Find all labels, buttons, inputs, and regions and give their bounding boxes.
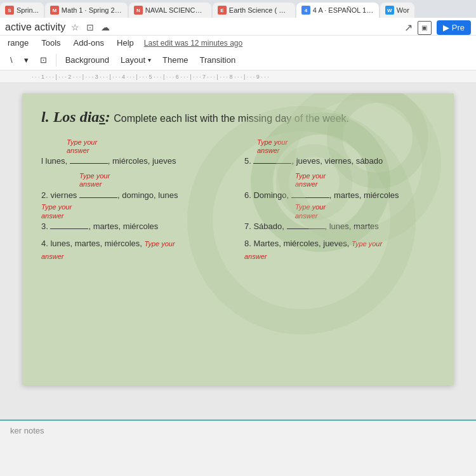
header-right: ↗ ▣ ▶ Pre (404, 20, 471, 35)
toolbar: \ ▾ ⊡ Background Layout ▾ Theme Transiti… (0, 50, 476, 70)
app-header: active activity ☆ ⊡ ☁ ↗ ▣ ▶ Pre (0, 18, 476, 36)
present-icon: ▶ (443, 23, 449, 32)
list-item-6: Type youranswer 6. Domingo, , martes, mi… (244, 172, 435, 202)
type-answer-8: Type youranswer (244, 240, 382, 261)
menu-addons[interactable]: Add-ons (71, 37, 107, 49)
slide: l. Los dias: Complete each list with the… (22, 93, 454, 385)
tab-icon-earth: E (218, 6, 227, 15)
list-item-4: 4. lunes, martes, miércoles, Type youran… (41, 237, 232, 264)
content-grid: Type youranswer l lunes, , miércoles, ju… (41, 138, 435, 263)
toolbar-back[interactable]: \ (5, 53, 18, 67)
present-label: Pre (452, 23, 465, 32)
tab-label-math: Math 1 · Spring 202... (62, 6, 122, 14)
tab-label-earth: Earth Science ( Spri... (229, 6, 290, 14)
tab-espanol[interactable]: 4 4 A · ESPAÑOL 1 · 2... (296, 3, 379, 18)
item-4-text: 4. lunes, martes, miércoles, Type youran… (41, 239, 175, 261)
tab-earth[interactable]: E Earth Science ( Spri... (213, 3, 295, 18)
layout-label: Layout (121, 55, 145, 65)
last-edit-label: Last edit was 12 minutes ago (144, 39, 242, 48)
browser-tabs-bar: S Sprin... M Math 1 · Spring 202... N NA… (0, 0, 476, 18)
toolbar-insert-textbox[interactable]: ⊡ (35, 53, 52, 67)
drive-icon[interactable]: ⊡ (84, 22, 96, 33)
list-item-5: Type youranswer 5. , jueves, viernes, sá… (244, 138, 435, 168)
trend-icon: ↗ (404, 22, 413, 34)
tab-wor[interactable]: W Wor (380, 3, 414, 18)
tab-label-wor: Wor (397, 6, 409, 14)
transition-label: Transition (200, 55, 236, 65)
ruler: · · · 1 · · · | · · · 2 · · · | · · · 3 … (0, 70, 476, 83)
app-title: active activity (5, 22, 65, 33)
tab-math[interactable]: M Math 1 · Spring 202... (45, 3, 128, 18)
title-subtitle: Complete each list with the missing day … (114, 113, 349, 124)
type-answer-7-above: Type youranswer (295, 203, 435, 220)
theme-label: Theme (162, 55, 188, 65)
list-item-3: Type youranswer 3. , martes, miércoles (41, 203, 232, 233)
list-item-2: Type youranswer 2. viernes , domingo, lu… (41, 172, 232, 202)
blank-6[interactable] (291, 189, 329, 198)
comment-icon[interactable]: ▣ (418, 21, 432, 35)
toolbar-separator-arrow[interactable]: ▾ (19, 53, 34, 67)
item-7-text: 7. Sábado, , lunes, martes (244, 221, 379, 231)
tab-naval[interactable]: N NAVAL SCIENCE I... (129, 3, 211, 18)
toolbar-divider (56, 54, 56, 67)
slide-title: l. Los dias: Complete each list with the… (41, 109, 435, 126)
menu-bar: range Tools Add-ons Help Last edit was 1… (0, 36, 476, 50)
tab-icon-wor: W (385, 6, 394, 15)
type-answer-6-above: Type youranswer (295, 172, 435, 188)
blank-2[interactable] (79, 189, 117, 198)
tab-label-naval: NAVAL SCIENCE I... (145, 6, 206, 14)
slide-area: l. Los dias: Complete each list with the… (0, 83, 476, 420)
blank-7[interactable] (287, 220, 325, 229)
layout-button[interactable]: Layout ▾ (116, 53, 156, 67)
title-roman: l. Los dias: (41, 109, 110, 125)
star-icon[interactable]: ☆ (69, 22, 81, 33)
layout-dropdown-icon: ▾ (148, 56, 151, 63)
tab-label-espanol: 4 A · ESPAÑOL 1 · 2... (313, 6, 374, 14)
menu-help[interactable]: Help (114, 37, 136, 49)
blank-1[interactable] (70, 155, 108, 164)
type-answer-2-above: Type youranswer (79, 172, 232, 188)
tab-icon-sprin: S (5, 6, 14, 15)
theme-button[interactable]: Theme (157, 53, 193, 67)
tab-icon-math: M (50, 6, 59, 15)
textbox-icon: ⊡ (40, 55, 47, 65)
type-answer-3-above: Type youranswer (41, 203, 232, 220)
item-5-text: 5. , jueves, viernes, sábado (244, 156, 383, 166)
transition-button[interactable]: Transition (195, 53, 241, 67)
tab-icon-espanol: 4 (301, 6, 310, 15)
arrow-down-icon: ▾ (24, 55, 29, 65)
title-icons: ☆ ⊡ ☁ (69, 22, 111, 33)
tab-icon-naval: N (134, 6, 143, 15)
type-answer-1-above: Type youranswer (67, 138, 232, 155)
left-column: Type youranswer l lunes, , miércoles, ju… (41, 138, 232, 263)
list-item-1: Type youranswer l lunes, , miércoles, ju… (41, 138, 232, 168)
list-item-7: Type youranswer 7. Sábado, , lunes, mart… (244, 203, 435, 233)
menu-tools[interactable]: Tools (39, 37, 63, 49)
list-item-8: 8. Martes, miércoles, jueves, Type youra… (244, 237, 435, 264)
right-column: Type youranswer 5. , jueves, viernes, sá… (244, 138, 435, 263)
background-button[interactable]: Background (60, 53, 114, 67)
blank-5[interactable] (253, 155, 291, 164)
item-1-text: l lunes, , miércoles, jueves (41, 156, 176, 166)
cloud-icon[interactable]: ☁ (100, 22, 111, 33)
background-label: Background (65, 55, 109, 65)
item-3-text: 3. , martes, miércoles (41, 221, 158, 231)
item-6-text: 6. Domingo, , martes, miércoles (244, 190, 399, 200)
tab-label-sprin: Sprin... (17, 6, 39, 14)
back-icon: \ (10, 55, 13, 65)
present-button[interactable]: ▶ Pre (437, 20, 471, 35)
item-8-text: 8. Martes, miércoles, jueves, Type youra… (244, 239, 382, 261)
tab-sprin[interactable]: S Sprin... (0, 3, 44, 18)
type-answer-5-above: Type youranswer (257, 138, 435, 155)
type-answer-4: Type youranswer (41, 240, 175, 261)
bottom-area: ker notes (0, 420, 476, 470)
blank-3[interactable] (50, 220, 88, 229)
item-2-text: 2. viernes , domingo, lunes (41, 190, 178, 200)
speaker-notes-label: ker notes (10, 426, 44, 435)
menu-range[interactable]: range (5, 37, 31, 49)
